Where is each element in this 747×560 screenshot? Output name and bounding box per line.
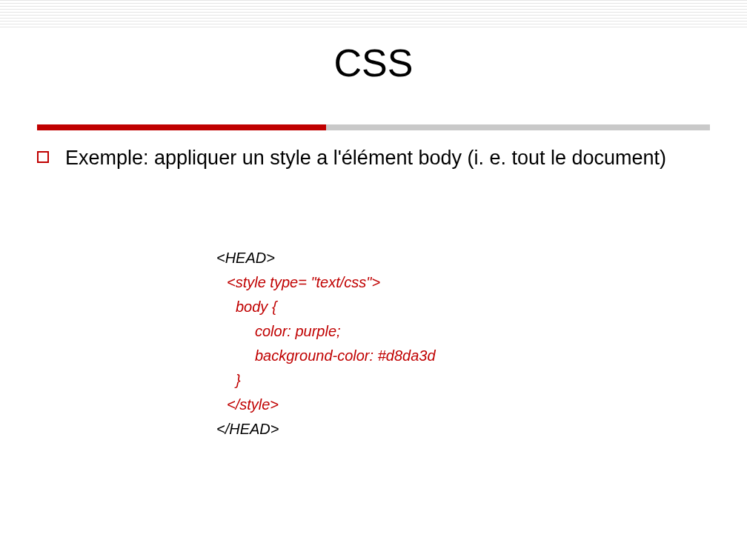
code-line: </HEAD> — [216, 417, 436, 441]
title-underline — [37, 124, 710, 130]
code-line: <style type= "text/css"> — [216, 270, 436, 295]
code-block: <HEAD> <style type= "text/css"> body { c… — [216, 246, 436, 441]
code-line: background-color: #d8da3d — [216, 344, 436, 368]
code-line: <HEAD> — [216, 246, 436, 270]
code-line: } — [216, 368, 436, 393]
code-line: </style> — [216, 393, 436, 417]
slide-title: CSS — [0, 41, 747, 85]
code-line: body { — [216, 295, 436, 319]
square-bullet-icon — [37, 151, 49, 163]
bullet-text: Exemple: appliquer un style a l'élément … — [65, 145, 666, 171]
bullet-item: Exemple: appliquer un style a l'élément … — [37, 145, 711, 171]
code-line: color: purple; — [216, 319, 436, 344]
top-ruled-decoration — [0, 0, 747, 30]
